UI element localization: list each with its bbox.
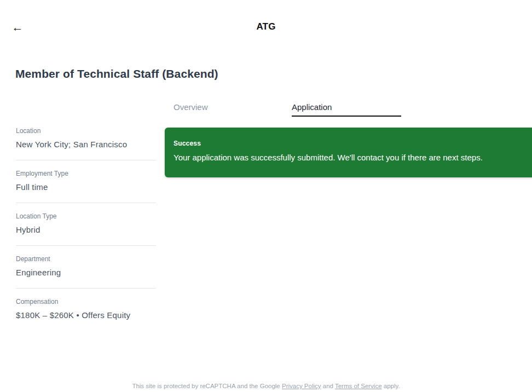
- field-value: $180K – $260K • Offers Equity: [16, 310, 156, 320]
- field-department: Department Engineering: [16, 255, 156, 289]
- field-value: Hybrid: [16, 225, 156, 234]
- field-value: New York City; San Francisco: [16, 140, 156, 149]
- tab-application[interactable]: Application: [292, 99, 401, 117]
- field-value: Engineering: [16, 268, 156, 277]
- field-label: Location Type: [16, 212, 156, 220]
- field-label: Department: [16, 255, 156, 263]
- footer-text: apply.: [382, 383, 400, 389]
- field-location: Location New York City; San Francisco: [16, 127, 156, 160]
- success-banner-message: Your application was successfully submit…: [174, 153, 532, 162]
- company-title: ATG: [0, 21, 532, 32]
- job-details-sidebar: Location New York City; San Francisco Em…: [16, 127, 156, 340]
- field-employment-type: Employment Type Full time: [16, 170, 156, 203]
- field-value: Full time: [16, 182, 156, 192]
- page-title: Member of Technical Staff (Backend): [15, 67, 218, 80]
- tab-bar: Overview Application: [174, 99, 401, 117]
- success-banner: Success Your application was successfull…: [165, 128, 532, 177]
- field-label: Employment Type: [16, 170, 156, 177]
- field-compensation: Compensation $180K – $260K • Offers Equi…: [16, 298, 156, 331]
- terms-of-service-link[interactable]: Terms of Service: [335, 383, 382, 389]
- recaptcha-footer: This site is protected by reCAPTCHA and …: [0, 383, 532, 389]
- privacy-policy-link[interactable]: Privacy Policy: [282, 383, 321, 389]
- footer-text: and: [321, 383, 335, 389]
- field-label: Location: [16, 127, 156, 135]
- field-location-type: Location Type Hybrid: [16, 212, 156, 246]
- footer-text: This site is protected by reCAPTCHA and …: [132, 383, 282, 389]
- tab-overview[interactable]: Overview: [174, 99, 283, 117]
- field-label: Compensation: [16, 298, 156, 305]
- success-banner-title: Success: [174, 140, 532, 147]
